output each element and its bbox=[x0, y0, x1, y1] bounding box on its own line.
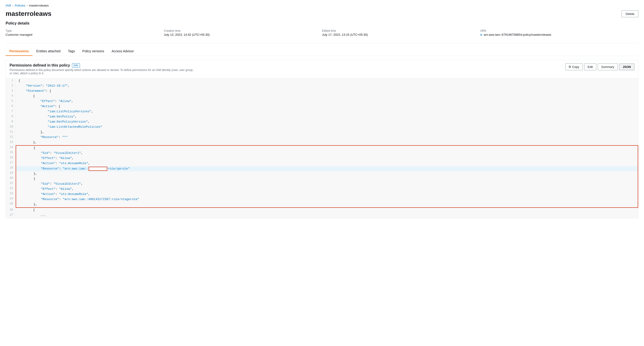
tab-tags[interactable]: Tags bbox=[64, 47, 79, 56]
json-line-16n: 16 bbox=[6, 155, 16, 161]
line-num-9: 9 bbox=[6, 119, 16, 124]
copy-icon: ⧉ bbox=[569, 65, 571, 69]
edited-label: Edited time bbox=[322, 29, 480, 32]
json-line-8: 8 "iam:GetPolicy", bbox=[6, 114, 638, 119]
json-line-20-content: { bbox=[16, 177, 638, 182]
json-line-2: 2 "Version": "2012-10-17", bbox=[6, 84, 638, 89]
line-num-16: 16 bbox=[6, 155, 16, 160]
type-value: Customer managed bbox=[6, 33, 164, 36]
json-button[interactable]: JSON bbox=[619, 63, 634, 70]
arn-label: ARN bbox=[480, 29, 638, 32]
tab-policy-versions[interactable]: Policy versions bbox=[78, 47, 108, 56]
line-num-27: 27 bbox=[6, 213, 16, 217]
line-num-25: 25 bbox=[6, 202, 16, 206]
line-num-20: 20 bbox=[6, 176, 16, 180]
json-line-11: 11 ], bbox=[6, 130, 638, 135]
line-num-6: 6 bbox=[6, 104, 16, 108]
policy-details-section: Policy details Type Customer managed Cre… bbox=[6, 21, 638, 37]
line-content-11: ], bbox=[16, 130, 638, 134]
json-line-21-content: "Sid": "VisualEditor2", bbox=[16, 182, 638, 187]
line-content-18: "Resource": "arn:aws:iam::role/qarole" bbox=[16, 166, 638, 171]
tab-access-advisor[interactable]: Access Advisor bbox=[108, 47, 138, 56]
creation-label: Creation time bbox=[164, 29, 322, 32]
json-line-17-content: "Action": "sts:AssumeRole", bbox=[16, 161, 638, 166]
breadcrumb-iam[interactable]: IAM bbox=[6, 4, 11, 7]
line-num-13: 13 bbox=[6, 140, 16, 144]
line-num-8: 8 bbox=[6, 114, 16, 119]
line-num-5: 5 bbox=[6, 99, 16, 103]
line-content-5: "Effect": "Allow", bbox=[16, 99, 638, 103]
permissions-desc: Permissions defined in this policy docum… bbox=[10, 68, 196, 75]
json-line-12: 12 "Resource": "*" bbox=[6, 135, 638, 140]
arn-copy-icon[interactable]: ⧉ bbox=[480, 33, 482, 36]
line-content-23: "Action": "sts:AssumeRole", bbox=[16, 192, 638, 196]
line-num-4: 4 bbox=[6, 94, 16, 98]
json-line-7: 7 "iam:ListPolicyVersions", bbox=[6, 109, 638, 114]
line-num-24: 24 bbox=[6, 197, 16, 201]
json-line-20n: 20 bbox=[6, 176, 16, 181]
json-line-14: 14 bbox=[6, 145, 16, 150]
json-line-4: 4 { bbox=[6, 94, 638, 99]
json-line-1: 1 { bbox=[6, 78, 638, 84]
edited-cell: Edited time July 17, 2023, 13:15 (UTC+05… bbox=[322, 28, 480, 37]
policy-details-grid: Type Customer managed Creation time July… bbox=[6, 28, 638, 37]
json-line-6: 6 "Action": [ bbox=[6, 104, 638, 109]
line-num-14: 14 bbox=[6, 145, 16, 149]
line-num-22: 22 bbox=[6, 186, 16, 191]
line-num-2: 2 bbox=[6, 84, 16, 88]
page-title: masterroleaws bbox=[6, 10, 52, 17]
tab-permissions[interactable]: Permissions bbox=[6, 47, 32, 56]
delete-button[interactable]: Delete bbox=[622, 10, 638, 17]
line-content-21: "Sid": "VisualEditor2", bbox=[16, 182, 638, 186]
line-content-4: { bbox=[16, 94, 638, 98]
red-line-nums: 14 15 16 17 18 19 bbox=[6, 145, 16, 208]
line-content-20: { bbox=[16, 177, 638, 181]
tab-entities-attached[interactable]: Entities attached bbox=[32, 47, 64, 56]
line-content-3: "Statement": [ bbox=[16, 89, 638, 93]
summary-button[interactable]: Summary bbox=[598, 63, 618, 70]
edited-value: July 17, 2023, 13:15 (UTC+05:30) bbox=[322, 33, 480, 36]
breadcrumb-sep-2: › bbox=[27, 4, 28, 7]
line-content-2: "Version": "2012-10-17", bbox=[16, 84, 638, 88]
line-content-8: "iam:GetPolicy", bbox=[16, 114, 638, 119]
line-num-15: 15 bbox=[6, 150, 16, 155]
json-line-18-content: "Resource": "arn:aws:iam::role/qarole" bbox=[16, 166, 638, 171]
breadcrumb-policies[interactable]: Policies bbox=[15, 4, 25, 7]
line-content-6: "Action": [ bbox=[16, 104, 638, 109]
permissions-header: Permissions defined in this policy Info … bbox=[6, 60, 638, 78]
line-content-24: "Resource": "arn:aws:iam::400143172387:r… bbox=[16, 197, 638, 202]
json-line-24-content: "Resource": "arn:aws:iam::400143172387:r… bbox=[16, 197, 638, 202]
line-content-7: "iam:ListPolicyVersions", bbox=[16, 109, 638, 114]
breadcrumb-sep-1: › bbox=[12, 4, 13, 7]
policy-details-title: Policy details bbox=[6, 21, 638, 25]
line-content-13: }, bbox=[16, 140, 638, 144]
json-line-21n: 21 bbox=[6, 181, 16, 186]
line-content-9: "iam:GetPolicyVersion", bbox=[16, 119, 638, 124]
json-line-23n: 23 bbox=[6, 191, 16, 197]
json-line-19n: 19 bbox=[6, 171, 16, 176]
info-badge[interactable]: Info bbox=[72, 63, 80, 67]
permissions-panel: Permissions defined in this policy Info … bbox=[6, 60, 638, 218]
creation-cell: Creation time July 13, 2023, 14:42 (UTC+… bbox=[164, 28, 322, 37]
permissions-panel-title: Permissions defined in this policy bbox=[10, 63, 70, 67]
line-num-17: 17 bbox=[6, 161, 16, 165]
line-content-12: "Resource": "*" bbox=[16, 135, 638, 139]
line-num-12: 12 bbox=[6, 135, 16, 139]
line-content-14: { bbox=[16, 146, 638, 150]
line-num-23: 23 bbox=[6, 191, 16, 196]
edit-button[interactable]: Edit bbox=[584, 63, 596, 70]
line-content-17: "Action": "sts:AssumeRole", bbox=[16, 161, 638, 166]
json-line-23-content: "Action": "sts:AssumeRole", bbox=[16, 192, 638, 197]
type-cell: Type Customer managed bbox=[6, 28, 164, 37]
edit-label: Edit bbox=[588, 65, 593, 69]
arn-value: arn:aws:iam::679196758854:policy/masterr… bbox=[484, 33, 551, 36]
line-num-21: 21 bbox=[6, 181, 16, 185]
red-border-box: { "Sid": "VisualEditor1", "Effect": "All… bbox=[16, 145, 638, 208]
json-line-26: 26 { bbox=[6, 208, 638, 213]
copy-button[interactable]: ⧉ Copy bbox=[565, 63, 582, 70]
json-label: JSON bbox=[623, 65, 631, 69]
json-line-5: 5 "Effect": "Allow", bbox=[6, 99, 638, 104]
tabs-container: Permissions Entities attached Tags Polic… bbox=[6, 47, 638, 56]
json-line-27: 27 ... bbox=[6, 213, 638, 218]
line-content-27: ... bbox=[16, 213, 638, 217]
